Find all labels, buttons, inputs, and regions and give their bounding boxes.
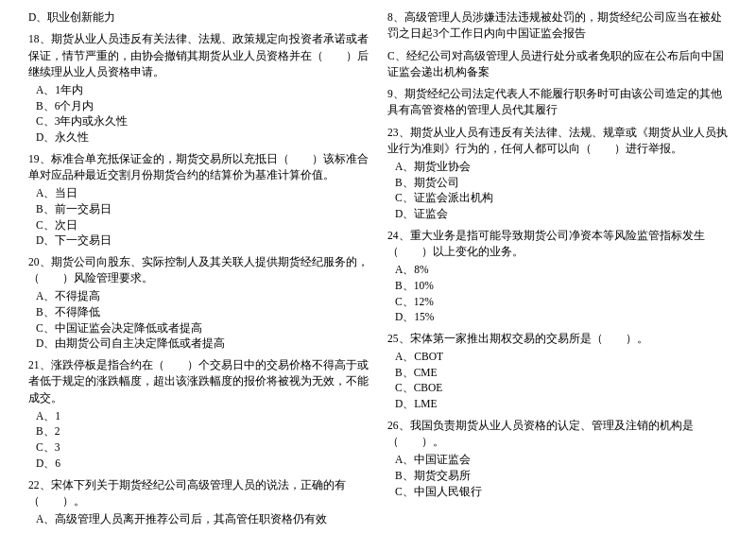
option-text: B、2 xyxy=(36,423,369,439)
question-text: 22、宋体下列关于期货经纪公司高级管理人员的说法，正确的有（ ）。 xyxy=(28,477,369,510)
page-container: D、职业创新能力18、期货从业人员违反有关法律、法规、政策规定向投资者承诺或者保… xyxy=(0,0,756,534)
option-text: A、高级管理人员离开推荐公司后，其高管任职资格仍有效 xyxy=(36,511,369,527)
question-block: 22、宋体下列关于期货经纪公司高级管理人员的说法，正确的有（ ）。A、高级管理人… xyxy=(28,477,369,527)
question-block: 8、高级管理人员涉嫌违法违规被处罚的，期货经纪公司应当在被处罚之日起3个工作日内… xyxy=(387,9,728,43)
option-text: D、下一交易日 xyxy=(36,233,369,249)
question-block: 23、期货从业人员有违反有关法律、法规、规章或《期货从业人员执业行为准则》行为的… xyxy=(387,125,728,222)
option-text: D、证监会 xyxy=(395,206,728,222)
question-block: C、经纪公司对高级管理人员进行处分或者免职的应在公布后向中国证监会递出机构备案 xyxy=(387,48,728,81)
option-text: C、3 xyxy=(36,439,369,456)
option-text: C、3年内或永久性 xyxy=(36,113,369,129)
option-text: C、12% xyxy=(395,294,728,310)
question-text: D、职业创新能力 xyxy=(28,9,369,26)
question-block: 20、期货公司向股东、实际控制人及其关联人提供期货经纪服务的，（ ）风险管理要求… xyxy=(28,254,369,352)
question-text: 18、期货从业人员违反有关法律、法规、政策规定向投资者承诺或者保证，情节严重的，… xyxy=(28,31,369,80)
question-text: 19、标准合单充抵保证金的，期货交易所以充抵日（ ）该标准合单对应品种最近交割月… xyxy=(28,151,369,184)
option-text: D、由期货公司自主决定降低或者提高 xyxy=(36,336,369,352)
option-text: A、8% xyxy=(395,262,728,278)
option-text: D、LME xyxy=(395,396,728,412)
content-columns: D、职业创新能力18、期货从业人员违反有关法律、法规、政策规定向投资者承诺或者保… xyxy=(28,9,728,533)
question-block: 18、期货从业人员违反有关法律、法规、政策规定向投资者承诺或者保证，情节严重的，… xyxy=(28,31,369,145)
option-text: D、6 xyxy=(36,456,369,472)
question-text: 9、期货经纪公司法定代表人不能履行职务时可由该公司造定的其他具有高管资格的管理人… xyxy=(387,86,728,119)
question-block: 21、涨跌停板是指合约在（ ）个交易日中的交易价格不得高于或者低于规定的涨跌幅度… xyxy=(28,357,369,471)
question-block: 9、期货经纪公司法定代表人不能履行职务时可由该公司造定的其他具有高管资格的管理人… xyxy=(387,86,728,119)
question-text: 26、我国负责期货从业人员资格的认定、管理及注销的机构是（ ）。 xyxy=(387,418,728,451)
option-text: C、次日 xyxy=(36,217,369,233)
option-text: A、不得提高 xyxy=(36,288,369,304)
option-text: C、中国证监会决定降低或者提高 xyxy=(36,320,369,336)
question-block: 24、重大业务是指可能导致期货公司净资本等风险监管指标发生（ ）以上变化的业务。… xyxy=(387,228,728,325)
left-column: D、职业创新能力18、期货从业人员违反有关法律、法规、政策规定向投资者承诺或者保… xyxy=(28,9,369,533)
question-text: 21、涨跌停板是指合约在（ ）个交易日中的交易价格不得高于或者低于规定的涨跌幅度… xyxy=(28,357,369,406)
option-text: C、CBOE xyxy=(395,380,728,396)
right-column: 8、高级管理人员涉嫌违法违规被处罚的，期货经纪公司应当在被处罚之日起3个工作日内… xyxy=(387,9,728,533)
question-block: 26、我国负责期货从业人员资格的认定、管理及注销的机构是（ ）。A、中国证监会B… xyxy=(387,418,728,500)
option-text: A、CBOT xyxy=(395,349,728,365)
question-text: 24、重大业务是指可能导致期货公司净资本等风险监管指标发生（ ）以上变化的业务。 xyxy=(387,228,728,261)
option-text: A、1 xyxy=(36,408,369,424)
option-text: D、15% xyxy=(395,309,728,325)
question-block: D、职业创新能力 xyxy=(28,9,369,26)
option-text: C、证监会派出机构 xyxy=(395,190,728,206)
question-block: 19、标准合单充抵保证金的，期货交易所以充抵日（ ）该标准合单对应品种最近交割月… xyxy=(28,151,369,249)
option-text: B、6个月内 xyxy=(36,98,369,114)
option-text: A、期货业协会 xyxy=(395,159,728,175)
option-text: C、中国人民银行 xyxy=(395,484,728,500)
option-text: B、期货公司 xyxy=(395,175,728,191)
option-text: B、前一交易日 xyxy=(36,201,369,217)
question-text: 8、高级管理人员涉嫌违法违规被处罚的，期货经纪公司应当在被处罚之日起3个工作日内… xyxy=(387,9,728,43)
option-text: B、10% xyxy=(395,278,728,294)
option-text: B、期货交易所 xyxy=(395,468,728,484)
option-text: D、永久性 xyxy=(36,129,369,146)
option-text: B、CME xyxy=(395,365,728,381)
question-text: 23、期货从业人员有违反有关法律、法规、规章或《期货从业人员执业行为准则》行为的… xyxy=(387,125,728,158)
option-text: A、当日 xyxy=(36,185,369,201)
question-text: 25、宋体第一家推出期权交易的交易所是（ ）。 xyxy=(387,331,728,347)
option-text: B、不得降低 xyxy=(36,304,369,320)
option-text: A、中国证监会 xyxy=(395,452,728,468)
question-text: C、经纪公司对高级管理人员进行处分或者免职的应在公布后向中国证监会递出机构备案 xyxy=(387,48,728,81)
option-text: A、1年内 xyxy=(36,82,369,98)
question-block: 25、宋体第一家推出期权交易的交易所是（ ）。A、CBOTB、CMEC、CBOE… xyxy=(387,331,728,412)
question-text: 20、期货公司向股东、实际控制人及其关联人提供期货经纪服务的，（ ）风险管理要求… xyxy=(28,254,369,287)
